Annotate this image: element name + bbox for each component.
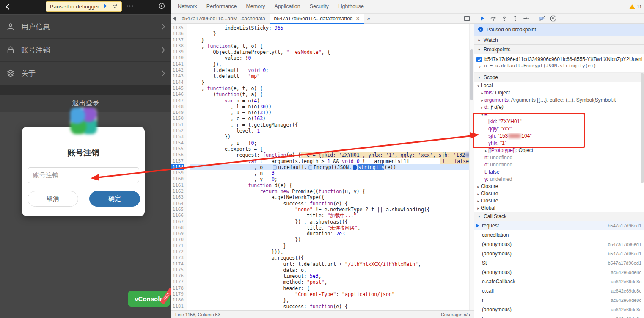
inline-breakpoint-active-icon[interactable]: [353, 165, 357, 170]
menu-item-user[interactable]: 用户信息: [0, 15, 171, 39]
call-stack-frame[interactable]: o.safeCallbackac642e69de8c: [474, 277, 644, 286]
line-number[interactable]: 1159: [171, 170, 184, 176]
step-out-icon[interactable]: [512, 15, 518, 22]
line-number[interactable]: 1155: [171, 146, 184, 152]
scope-variable-row[interactable]: ▾e:: [474, 111, 644, 118]
code-line[interactable]: , c = o(163): [190, 116, 474, 122]
line-number[interactable]: 1173: [171, 255, 184, 261]
devtools-tab-network[interactable]: Network: [173, 0, 202, 13]
line-number[interactable]: 1148: [171, 104, 184, 110]
code-line[interactable]: }: [190, 80, 474, 86]
code-line[interactable]: , y = 0;: [190, 176, 474, 182]
code-line[interactable]: title: "加载中...": [190, 213, 474, 218]
line-number[interactable]: 1144: [171, 80, 184, 86]
line-number[interactable]: 1174: [171, 261, 184, 267]
code-line[interactable]: }: [190, 243, 474, 249]
call-stack-frame[interactable]: (anonymous)b547a17d96ed1: [474, 249, 644, 258]
breakpoints-section-header[interactable]: ▾ Breakpoints: [474, 45, 644, 54]
code-line[interactable]: Object.defineProperty(t, "__esModule", {: [190, 49, 474, 55]
line-number[interactable]: 1177: [171, 279, 184, 285]
account-input[interactable]: [28, 167, 139, 183]
scope-section-row[interactable]: ▸Closure: [474, 197, 644, 205]
devtools-tab-memory[interactable]: Memory: [241, 0, 270, 13]
more-icon[interactable]: [126, 2, 134, 12]
code-line[interactable]: duration: 2e3: [190, 231, 474, 237]
pause-on-exceptions-icon[interactable]: [550, 15, 556, 22]
line-number[interactable]: 1152: [171, 128, 184, 134]
call-stack-frame[interactable]: cancellation: [474, 230, 644, 240]
scope-variable-row[interactable]: yhlx: "1": [474, 140, 644, 147]
line-number[interactable]: 1140: [171, 55, 184, 61]
code-line[interactable]: success: function(e) {: [190, 304, 474, 310]
code-line[interactable]: }: [190, 31, 474, 37]
code-line[interactable]: indexListSticky: 965: [190, 25, 474, 31]
line-number[interactable]: 1168: [171, 225, 184, 231]
code-line[interactable]: , l = n(o(30)): [190, 104, 474, 110]
resume-icon[interactable]: [103, 3, 108, 10]
call-stack-frame[interactable]: (anonymous)ac642e69de8c: [474, 268, 644, 277]
file-tab[interactable]: b547a17d96ed11c...data:formatted×: [270, 14, 364, 24]
call-stack-frame[interactable]: requestb547a17d96ed1: [474, 221, 644, 230]
line-number[interactable]: 1156: [171, 152, 184, 158]
line-number[interactable]: 1166: [171, 213, 184, 218]
code-line[interactable]: "Content-Type": "application/json": [190, 291, 474, 297]
code-line[interactable]: e.exports = {: [190, 146, 474, 152]
line-number[interactable]: 1154: [171, 140, 184, 146]
line-number[interactable]: 1147: [171, 98, 184, 104]
scope-variable-row[interactable]: qqly: "xcx": [474, 125, 644, 133]
code-line[interactable]: , n = 3: [190, 170, 474, 176]
line-number[interactable]: 1161: [171, 183, 184, 188]
line-number[interactable]: 1180: [171, 297, 184, 303]
line-number[interactable]: 1142: [171, 67, 184, 73]
line-number[interactable]: 1141: [171, 61, 184, 67]
deactivate-breakpoints-icon[interactable]: [539, 15, 545, 22]
line-number[interactable]: 1181: [171, 304, 184, 310]
console-warning-badge[interactable]: 11: [629, 0, 642, 14]
step-into-icon[interactable]: [501, 15, 507, 22]
line-number[interactable]: 1172: [171, 249, 184, 255]
sidebar-scrollbar-thumb[interactable]: [641, 73, 644, 183]
line-number[interactable]: 1163: [171, 194, 184, 200]
scope-variable-row[interactable]: t: false: [474, 169, 644, 176]
line-number[interactable]: 1143: [171, 73, 184, 79]
line-number[interactable]: 1136: [171, 31, 184, 37]
scope-section-row[interactable]: ▸Global: [474, 205, 644, 212]
line-number[interactable]: 1150: [171, 116, 184, 122]
tabs-overflow-icon[interactable]: »: [364, 15, 373, 22]
code-line[interactable]: , function(e, t, o) {: [190, 86, 474, 91]
line-number[interactable]: 1165: [171, 207, 184, 213]
scope-section-row[interactable]: ▸Closure: [474, 190, 644, 197]
code-line[interactable]: }): [190, 237, 474, 243]
scope-variable-row[interactable]: ▸arguments: Arguments [{…}, callee: (...…: [474, 97, 644, 104]
code-line[interactable]: , o = u.default.Encrypt(JSON.stringify(e…: [190, 164, 474, 170]
line-number[interactable]: 1138: [171, 43, 184, 49]
code-line[interactable]: method: "post",: [190, 279, 474, 285]
scope-variable-row[interactable]: ▸this: Object: [474, 89, 644, 97]
code-line[interactable]: t.default = void 0;: [190, 67, 474, 73]
line-number[interactable]: 1151: [171, 122, 184, 128]
line-number[interactable]: 1179: [171, 291, 184, 297]
call-stack-section-header[interactable]: ▾ Call Stack: [474, 212, 644, 221]
confirm-button[interactable]: 确定: [89, 191, 140, 207]
call-stack-frame[interactable]: (anonymous)b547a17d96ed1: [474, 240, 644, 249]
code-line[interactable]: , r = t.getLogManager({: [190, 122, 474, 128]
devtools-tab-application[interactable]: Application: [270, 0, 305, 13]
tab-close-icon[interactable]: ×: [356, 16, 360, 22]
line-number[interactable]: 1175: [171, 267, 184, 273]
line-number[interactable]: 1153: [171, 134, 184, 140]
code-line[interactable]: }): [190, 134, 474, 140]
line-number[interactable]: 1164: [171, 201, 184, 207]
target-icon[interactable]: [158, 2, 165, 11]
watch-section-header[interactable]: ▸ Watch: [474, 36, 644, 45]
line-number[interactable]: 1170: [171, 237, 184, 243]
code-line[interactable]: function d(e) {: [190, 183, 474, 188]
code-line[interactable]: a.getNetworkType({: [190, 194, 474, 200]
call-stack-frame[interactable]: lac642e69de8c: [474, 314, 644, 318]
devtools-tab-security[interactable]: Security: [305, 0, 333, 13]
code-line[interactable]: url: l.default.url + "/ilhYhtxXCX/ilhYht…: [190, 261, 474, 267]
code-line[interactable]: t.default = "mp": [190, 73, 474, 79]
inline-breakpoint-marker-icon[interactable]: [273, 165, 277, 170]
call-stack-frame[interactable]: (anonymous)ac642e69de8c: [474, 305, 644, 314]
code-line[interactable]: "none" != e.networkType ? t || a.showLoa…: [190, 207, 474, 213]
line-number[interactable]: 1157: [171, 158, 184, 164]
